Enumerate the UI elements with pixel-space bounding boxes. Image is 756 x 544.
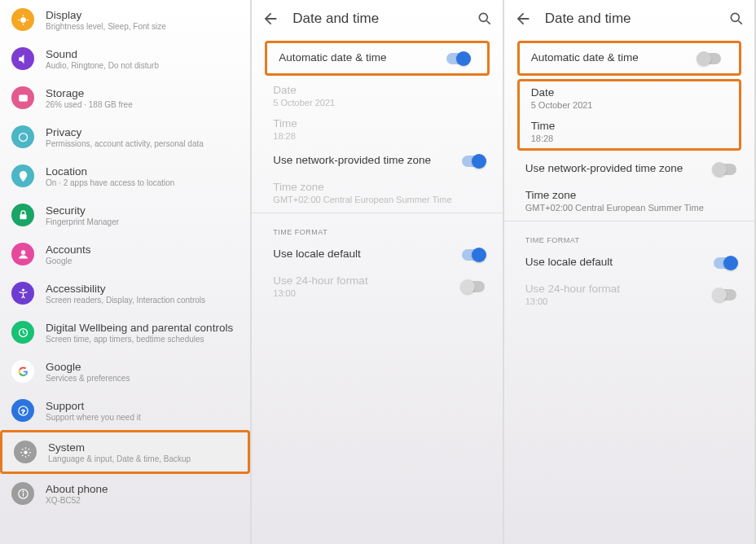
row-time: Time 18:28	[252, 112, 502, 146]
svg-point-8	[21, 250, 25, 254]
accounts-icon	[11, 243, 34, 265]
settings-item-subtitle: Audio, Ringtone, Do not disturb	[46, 61, 239, 70]
settings-item-about[interactable]: About phoneXQ-BC52	[0, 474, 250, 513]
settings-item-accounts[interactable]: AccountsGoogle	[0, 235, 250, 274]
row-auto-date-time[interactable]: Automatic date & time	[267, 43, 486, 73]
row-date[interactable]: Date 5 October 2021	[520, 81, 739, 115]
settings-item-support[interactable]: ?SupportSupport where you need it	[0, 391, 250, 430]
settings-item-title: Accounts	[46, 243, 239, 256]
network-tz-label: Use network-provided time zone	[525, 162, 735, 174]
settings-item-subtitle: 26% used · 188 GB free	[46, 100, 239, 109]
accessibility-icon	[11, 282, 34, 305]
svg-point-0	[20, 17, 25, 22]
settings-item-title: Google	[46, 361, 239, 373]
settings-item-title: Display	[46, 9, 239, 21]
settings-item-subtitle: On · 2 apps have access to location	[46, 178, 239, 187]
time-value: 18:28	[273, 131, 482, 141]
date-value: 5 October 2021	[273, 98, 482, 107]
svg-point-9	[22, 288, 24, 291]
highlight-date-time-box: Date 5 October 2021 Time 18:28	[517, 79, 741, 151]
settings-item-subtitle: Permissions, account activity, personal …	[46, 139, 239, 148]
svg-point-16	[22, 490, 24, 492]
toggle-network-tz[interactable]	[462, 156, 485, 167]
google-icon	[11, 360, 34, 383]
row-locale-default[interactable]: Use locale default	[252, 239, 502, 270]
h24-value: 13:00	[273, 288, 482, 298]
settings-item-title: Support	[46, 400, 239, 412]
page-title: Date and time	[292, 11, 476, 27]
settings-item-title: System	[48, 441, 236, 454]
toggle-auto-date-time[interactable]	[698, 53, 721, 64]
security-icon	[11, 204, 34, 226]
date-label: Date	[531, 86, 697, 99]
row-auto-date-time[interactable]: Automatic date & time	[520, 43, 739, 73]
locale-label: Use locale default	[273, 248, 482, 260]
settings-item-title: Privacy	[46, 126, 239, 138]
support-icon: ?	[11, 399, 34, 422]
row-tz: Time zone GMT+02:00 Central European Sum…	[252, 176, 502, 209]
search-icon[interactable]	[728, 11, 745, 27]
search-icon[interactable]	[477, 11, 493, 27]
settings-item-security[interactable]: SecurityFingerprint Manager	[0, 195, 250, 235]
tz-value: GMT+02:00 Central European Summer Time	[273, 195, 482, 204]
settings-item-google[interactable]: GoogleServices & preferences	[0, 352, 250, 391]
settings-item-storage[interactable]: Storage26% used · 188 GB free	[0, 78, 250, 117]
privacy-icon	[11, 125, 34, 148]
toggle-locale[interactable]	[714, 257, 736, 269]
highlight-auto-off: Automatic date & time	[517, 41, 741, 76]
row-network-tz[interactable]: Use network-provided time zone	[504, 154, 754, 184]
row-time[interactable]: Time 18:28	[520, 115, 739, 148]
settings-item-subtitle: Google	[46, 257, 239, 265]
settings-item-privacy[interactable]: PrivacyPermissions, account activity, pe…	[0, 117, 250, 156]
svg-line-20	[738, 21, 741, 24]
system-icon	[14, 441, 37, 463]
row-24h: Use 24-hour format 13:00	[504, 278, 754, 311]
toggle-network-tz[interactable]	[714, 164, 736, 175]
row-locale-default[interactable]: Use locale default	[504, 248, 754, 278]
page-title: Date and time	[545, 11, 728, 27]
settings-item-sound[interactable]: SoundAudio, Ringtone, Do not disturb	[0, 39, 250, 78]
settings-item-system[interactable]: SystemLanguage & input, Date & time, Bac…	[0, 430, 250, 474]
locale-label: Use locale default	[525, 256, 735, 268]
time-value: 18:28	[531, 134, 697, 143]
back-icon[interactable]	[262, 10, 279, 28]
h24-label: Use 24-hour format	[525, 283, 735, 295]
row-date: Date 5 October 2021	[252, 79, 502, 112]
h24-value: 13:00	[525, 296, 735, 306]
section-time-format: TIME FORMAT	[504, 225, 754, 248]
back-icon[interactable]	[514, 10, 532, 28]
date-label: Date	[273, 84, 482, 96]
row-network-tz[interactable]: Use network-provided time zone	[252, 146, 502, 176]
settings-item-location[interactable]: LocationOn · 2 apps have access to locat…	[0, 156, 250, 195]
settings-item-title: Location	[46, 165, 239, 178]
tz-label: Time zone	[525, 189, 735, 201]
settings-item-subtitle: Screen time, app timers, bedtime schedul…	[46, 335, 239, 344]
settings-item-subtitle: Support where you need it	[46, 413, 239, 422]
settings-item-title: Storage	[46, 87, 239, 99]
settings-item-subtitle: Language & input, Date & time, Backup	[48, 454, 236, 463]
row-24h: Use 24-hour format 13:00	[252, 270, 502, 303]
svg-rect-5	[19, 94, 27, 101]
settings-item-title: Security	[46, 204, 239, 217]
highlight-auto-on: Automatic date & time	[265, 41, 489, 76]
date-value: 5 October 2021	[531, 100, 697, 110]
settings-item-subtitle: Brightness level, Sleep, Font size	[46, 22, 239, 31]
location-icon	[11, 165, 34, 187]
settings-item-subtitle: Screen readers, Display, Interaction con…	[46, 296, 239, 305]
h24-label: Use 24-hour format	[273, 274, 482, 287]
settings-pane: DisplayBrightness level, Sleep, Font siz…	[0, 0, 252, 544]
settings-item-accessibility[interactable]: AccessibilityScreen readers, Display, In…	[0, 274, 250, 313]
settings-item-subtitle: Fingerprint Manager	[46, 217, 239, 226]
time-label: Time	[531, 120, 697, 132]
toggle-auto-date-time[interactable]	[446, 53, 469, 64]
auto-label: Automatic date & time	[531, 51, 697, 64]
svg-point-6	[19, 133, 27, 141]
settings-item-title: Digital Wellbeing and parental controls	[46, 322, 239, 334]
toggle-locale[interactable]	[462, 249, 485, 261]
divider	[504, 221, 754, 222]
row-tz[interactable]: Time zone GMT+02:00 Central European Sum…	[504, 184, 754, 217]
settings-item-display[interactable]: DisplayBrightness level, Sleep, Font siz…	[0, 0, 250, 39]
wellbeing-icon	[11, 321, 34, 344]
date-time-pane-auto-off: Date and time Automatic date & time Date…	[504, 0, 756, 544]
settings-item-wellbeing[interactable]: Digital Wellbeing and parental controlsS…	[0, 313, 250, 352]
